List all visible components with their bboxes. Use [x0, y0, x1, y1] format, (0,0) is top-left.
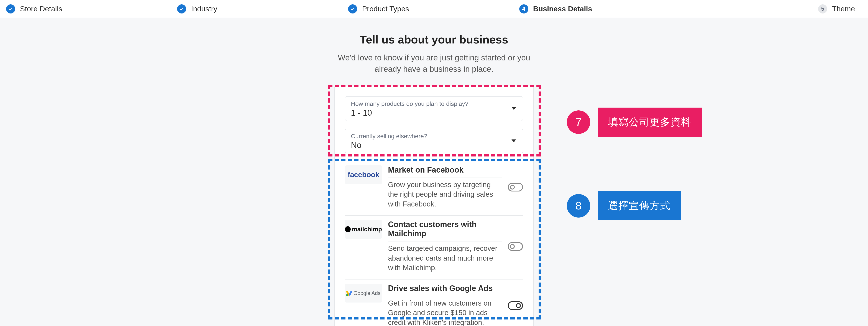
progress-step-label: Store Details: [20, 5, 62, 13]
wizard-progress: Store Details Industry Product Types 4 B…: [0, 0, 868, 18]
promo-toggle-mailchimp[interactable]: [508, 242, 523, 251]
check-icon: [177, 4, 186, 13]
annotation-badge: 8: [567, 194, 590, 218]
promo-item-googleads: Google Ads Drive sales with Google Ads G…: [345, 279, 523, 326]
page-subtitle: We'd love to know if you are just gettin…: [336, 52, 532, 75]
annotation-callout-8: 8 選擇宣傳方式: [567, 191, 681, 220]
facebook-logo-icon: facebook: [345, 165, 382, 184]
promo-list: facebook Market on Facebook Grow your bu…: [345, 161, 523, 326]
chevron-down-icon: [512, 107, 516, 110]
promo-description: Grow your business by targeting the righ…: [388, 180, 502, 209]
check-icon: [348, 4, 357, 13]
googleads-logo-icon: Google Ads: [345, 284, 382, 302]
promo-description: Send targeted campaigns, recover abandon…: [388, 244, 502, 273]
promo-title: Contact customers with Mailchimp: [388, 220, 502, 241]
promo-toggle-facebook[interactable]: [508, 183, 523, 191]
promo-title: Drive sales with Google Ads: [388, 284, 502, 296]
step-number-icon: 5: [818, 4, 827, 13]
promo-item-facebook: facebook Market on Facebook Grow your bu…: [345, 161, 523, 216]
select-label: How many products do you plan to display…: [351, 101, 517, 107]
progress-step-product-types[interactable]: Product Types: [342, 0, 513, 18]
select-label: Currently selling elsewhere?: [351, 133, 517, 140]
progress-step-business-details[interactable]: 4 Business Details: [513, 0, 684, 18]
promo-title: Market on Facebook: [388, 165, 502, 178]
promo-item-mailchimp: mailchimp Contact customers with Mailchi…: [345, 215, 523, 279]
annotation-callout-7: 7 填寫公司更多資料: [567, 108, 702, 137]
progress-step-label: Business Details: [533, 5, 592, 13]
annotation-label: 填寫公司更多資料: [598, 108, 702, 137]
chevron-down-icon: [512, 139, 516, 142]
annotation-badge: 7: [567, 110, 590, 134]
selling-elsewhere-select[interactable]: Currently selling elsewhere? No: [345, 129, 523, 153]
progress-step-industry[interactable]: Industry: [171, 0, 342, 18]
progress-step-label: Product Types: [362, 5, 409, 13]
step-number-icon: 4: [519, 4, 528, 13]
select-value: 1 - 10: [351, 108, 517, 117]
progress-step-label: Industry: [191, 5, 217, 13]
select-value: No: [351, 141, 517, 150]
page-title: Tell us about your business: [360, 33, 508, 46]
business-details-card: How many products do you plan to display…: [334, 86, 534, 326]
progress-step-theme[interactable]: 5 Theme: [684, 0, 868, 18]
promo-description: Get in front of new customers on Google …: [388, 298, 502, 326]
check-icon: [6, 4, 15, 13]
progress-step-label: Theme: [832, 5, 855, 13]
promo-toggle-googleads[interactable]: [508, 301, 523, 310]
progress-step-store-details[interactable]: Store Details: [0, 0, 171, 18]
annotation-label: 選擇宣傳方式: [598, 191, 681, 220]
mailchimp-logo-icon: mailchimp: [345, 220, 382, 239]
product-count-select[interactable]: How many products do you plan to display…: [345, 96, 523, 121]
